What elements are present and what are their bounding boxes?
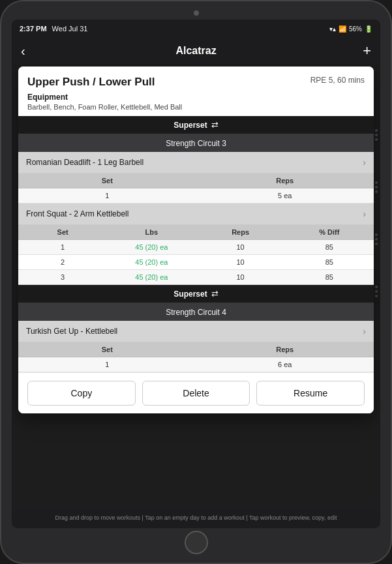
cell-reps-2: 10	[196, 255, 285, 269]
modal-card: Upper Push / Lower Pull RPE 5, 60 mins E…	[18, 67, 374, 413]
table-3: Set Reps 1 6 ea	[18, 342, 374, 372]
superset-label-1: Superset	[173, 121, 207, 130]
exercise-row-3[interactable]: Turkish Get Up - Kettlebell ›	[18, 321, 374, 342]
table-row: 1 5 ea	[18, 188, 374, 203]
exercise-name-3: Turkish Get Up - Kettlebell	[26, 327, 117, 336]
cell-set-tgu: 1	[18, 357, 196, 372]
table-2: Set Lbs Reps % Diff 1 45 (20) ea 10 85 2…	[18, 225, 374, 285]
circuit-label-1: Strength Circuit 3	[166, 139, 226, 148]
cell-diff-2: 85	[285, 255, 374, 269]
equipment-label: Equipment	[27, 93, 365, 102]
copy-button[interactable]: Copy	[27, 381, 136, 406]
table-1: Set Reps 1 5 ea	[18, 173, 374, 203]
wifi-icon: ▾▴	[329, 25, 336, 33]
superset-icon-2: ⇄	[211, 289, 219, 299]
screen: 2:37 PM Wed Jul 31 ▾▴ 📶 56% 🔋 ‹ Alcatraz…	[12, 20, 380, 528]
battery-icon: 🔋	[365, 25, 372, 33]
modal-title: Upper Push / Lower Pull	[27, 76, 155, 89]
nav-title: Alcatraz	[175, 45, 216, 57]
circuit-label-2: Strength Circuit 4	[166, 308, 226, 317]
exercise-chevron-3: ›	[363, 326, 366, 336]
equipment-text: Barbell, Bench, Foam Roller, Kettlebell,…	[27, 103, 365, 111]
superset-header-2: Superset ⇄	[18, 285, 374, 303]
main-content: Prog... 6 yrs .com	[12, 64, 380, 507]
table-row: 3 45 (20) ea 10 85	[18, 270, 374, 285]
cell-diff-3: 85	[285, 270, 374, 284]
col-lbs-2: Lbs	[107, 225, 196, 239]
home-button[interactable]	[185, 531, 208, 554]
status-time: 2:37 PM	[20, 25, 47, 33]
cell-lbs-2: 45 (20) ea	[107, 255, 196, 269]
exercise-chevron-1: ›	[363, 157, 366, 168]
col-set-3: Set	[18, 342, 196, 357]
resume-button[interactable]: Resume	[256, 381, 365, 406]
exercise-row-1[interactable]: Romanian Deadlift - 1 Leg Barbell ›	[18, 152, 374, 173]
circuit-header-1: Strength Circuit 3	[18, 134, 374, 152]
exercise-row-2[interactable]: Front Squat - 2 Arm Kettlebell ›	[18, 203, 374, 225]
exercise-name-2: Front Squat - 2 Arm Kettlebell	[26, 209, 128, 218]
front-camera	[194, 10, 199, 16]
cell-set-1: 1	[18, 240, 107, 254]
col-reps-2: Reps	[196, 225, 285, 239]
cell-reps-1: 10	[196, 240, 285, 254]
cell-set-3: 3	[18, 270, 107, 284]
cell-set-2: 2	[18, 255, 107, 269]
col-set-1: Set	[18, 173, 196, 188]
battery-percent: 56%	[349, 25, 362, 33]
col-reps-3: Reps	[196, 342, 374, 357]
superset-header-1: Superset ⇄	[18, 116, 374, 134]
circuit-header-2: Strength Circuit 4	[18, 303, 374, 321]
col-reps-1: Reps	[196, 173, 374, 188]
cell-set: 1	[18, 188, 196, 203]
table-header-2: Set Lbs Reps % Diff	[18, 225, 374, 240]
exercise-name-1: Romanian Deadlift - 1 Leg Barbell	[26, 158, 143, 167]
cell-reps: 5 ea	[196, 188, 374, 203]
delete-button[interactable]: Delete	[142, 381, 250, 406]
superset-label-2: Superset	[173, 289, 207, 299]
table-header-3: Set Reps	[18, 342, 374, 357]
table-row: 1 6 ea	[18, 357, 374, 372]
modal-meta: RPE 5, 60 mins	[310, 76, 365, 85]
status-bar: 2:37 PM Wed Jul 31 ▾▴ 📶 56% 🔋	[12, 20, 380, 38]
table-row: 1 45 (20) ea 10 85	[18, 240, 374, 255]
bottom-hint-text: Drag and drop to move workouts | Tap on …	[55, 514, 337, 521]
add-button[interactable]: +	[352, 42, 371, 59]
cell-diff-1: 85	[285, 240, 374, 254]
table-row: 2 45 (20) ea 10 85	[18, 255, 374, 270]
tablet-frame: 2:37 PM Wed Jul 31 ▾▴ 📶 56% 🔋 ‹ Alcatraz…	[0, 0, 392, 564]
cell-lbs-1: 45 (20) ea	[107, 240, 196, 254]
modal-header: Upper Push / Lower Pull RPE 5, 60 mins E…	[18, 67, 374, 116]
status-date: Wed Jul 31	[52, 25, 88, 33]
bottom-bar: Drag and drop to move workouts | Tap on …	[12, 507, 380, 528]
col-set-2: Set	[18, 225, 107, 239]
back-button[interactable]: ‹	[21, 44, 40, 59]
col-diff-2: % Diff	[285, 225, 374, 239]
nav-bar: ‹ Alcatraz +	[12, 38, 380, 64]
superset-icon-1: ⇄	[211, 120, 219, 130]
cell-reps-3: 10	[196, 270, 285, 284]
status-icons: ▾▴ 📶 56% 🔋	[329, 25, 372, 33]
table-header-1: Set Reps	[18, 173, 374, 188]
cell-reps-tgu: 6 ea	[196, 357, 374, 372]
exercise-chevron-2: ›	[363, 209, 366, 219]
action-buttons: Copy Delete Resume	[18, 372, 374, 413]
home-button-area	[1, 528, 391, 557]
signal-icon: 📶	[339, 25, 346, 33]
cell-lbs-3: 45 (20) ea	[107, 270, 196, 284]
